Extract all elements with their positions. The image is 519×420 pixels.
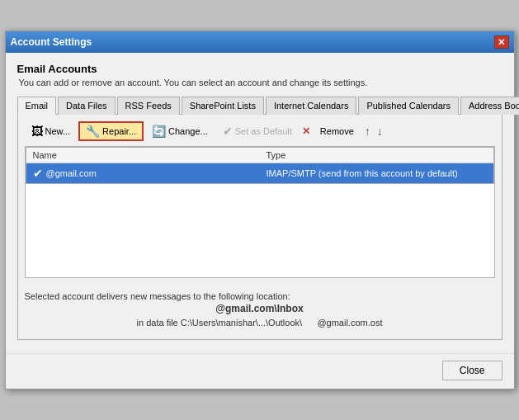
deliver-location: @gmail.com\Inbox (25, 303, 495, 314)
accounts-tbody: ✔@gmail.comIMAP/SMTP (send from this acc… (26, 163, 493, 184)
tab-sharepoint-lists[interactable]: SharePoint Lists (182, 97, 264, 115)
new-label: New... (45, 126, 71, 136)
deliver-section: Selected account delivers new messages t… (25, 286, 495, 333)
tab-internet-calendars[interactable]: Internet Calendars (266, 97, 357, 115)
window-close-button[interactable]: ✕ (494, 35, 509, 49)
new-icon: 🖼 (31, 125, 43, 138)
col-name-header: Name (26, 148, 260, 163)
window-body: Email Accounts You can add or remove an … (6, 53, 514, 348)
repair-icon: 🔧 (86, 125, 100, 138)
accounts-table-wrapper: Name Type ✔@gmail.comIMAP/SMTP (send fro… (25, 146, 495, 278)
title-bar: Account Settings ✕ (6, 31, 514, 53)
tab-address-books[interactable]: Address Books (460, 97, 519, 115)
col-type-header: Type (260, 148, 494, 163)
default-check-icon: ✔ (33, 167, 43, 180)
change-label: Change... (168, 126, 208, 136)
toolbar-separator: ✕ (302, 125, 310, 137)
new-button[interactable]: 🖼 New... (25, 121, 78, 141)
repair-label: Repair... (102, 126, 136, 136)
table-header: Name Type (26, 148, 493, 163)
repair-button[interactable]: 🔧 Repair... (78, 121, 144, 141)
deliver-text: Selected account delivers new messages t… (25, 291, 495, 301)
change-button[interactable]: 🔄 Change... (145, 121, 215, 141)
set-default-button[interactable]: ✔ Set as Default (216, 121, 299, 141)
change-icon: 🔄 (152, 125, 166, 138)
remove-button[interactable]: Remove (314, 121, 361, 141)
remove-label: Remove (320, 126, 354, 136)
tab-published-calendars[interactable]: Published Calendars (358, 97, 459, 115)
tab-rss-feeds[interactable]: RSS Feeds (117, 97, 180, 115)
close-button[interactable]: Close (442, 361, 502, 380)
section-title: Email Accounts (17, 63, 502, 75)
accounts-table: Name Type ✔@gmail.comIMAP/SMTP (send fro… (26, 147, 494, 184)
deliver-ost: @gmail.com.ost (317, 318, 382, 328)
tab-data-files[interactable]: Data Files (58, 97, 116, 115)
footer: Close (6, 353, 514, 389)
tabs-container: Email Data Files RSS Feeds SharePoint Li… (17, 96, 502, 115)
tab-email[interactable]: Email (17, 97, 57, 115)
account-type: IMAP/SMTP (send from this account by def… (260, 163, 494, 184)
tab-content-email: 🖼 New... 🔧 Repair... 🔄 Change... ✔ Set a… (17, 115, 502, 340)
move-up-button[interactable]: ↑ (362, 123, 373, 139)
move-down-button[interactable]: ↓ (375, 123, 385, 139)
deliver-data-file: in data file C:\Users\manishar\...\Outlo… (137, 318, 303, 328)
table-row[interactable]: ✔@gmail.comIMAP/SMTP (send from this acc… (26, 163, 493, 184)
section-desc: You can add or remove an account. You ca… (19, 78, 502, 87)
toolbar: 🖼 New... 🔧 Repair... 🔄 Change... ✔ Set a… (25, 121, 495, 141)
window-title: Account Settings (11, 36, 92, 48)
set-default-icon: ✔ (223, 125, 233, 138)
account-settings-window: Account Settings ✕ Email Accounts You ca… (5, 31, 515, 389)
account-name: @gmail.com (46, 168, 97, 178)
set-default-label: Set as Default (235, 126, 292, 136)
deliver-info: in data file C:\Users\manishar\...\Outlo… (25, 318, 495, 328)
